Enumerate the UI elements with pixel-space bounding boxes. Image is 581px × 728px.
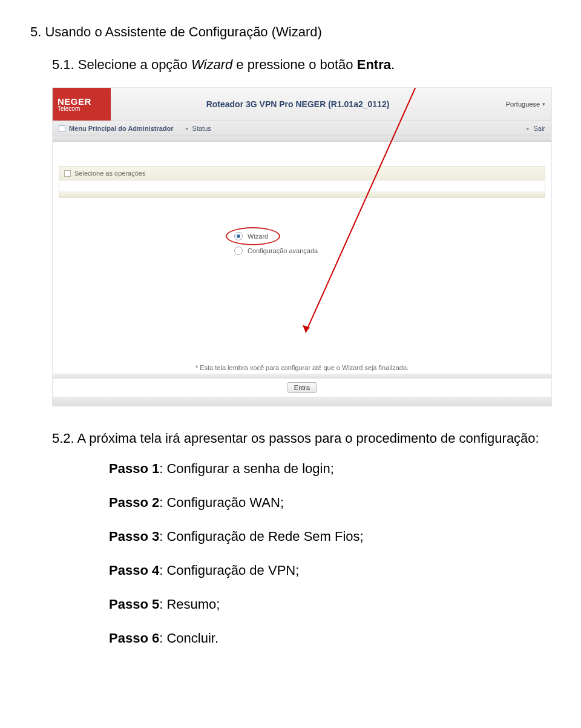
separator-bar — [53, 136, 551, 142]
options-area: Wizard Configuração avançada — [53, 198, 551, 289]
screenshot-header: NEGER Telecom Roteador 3G VPN Pro NEGER … — [53, 88, 551, 121]
select-operations-body — [59, 180, 545, 191]
step-3-text: : Configuração de Rede Sem Fios; — [159, 529, 364, 544]
step-2-label: Passo 2 — [109, 495, 159, 510]
step-5-label: Passo 5 — [109, 597, 159, 612]
step-6-label: Passo 6 — [109, 630, 159, 646]
router-screenshot: NEGER Telecom Roteador 3G VPN Pro NEGER … — [52, 87, 552, 406]
select-operations-label: Selecione as operações — [74, 170, 145, 177]
step-6: Passo 6: Concluir. — [109, 630, 551, 646]
menu-bar: Menu Principal do Administrador ▸ Status… — [53, 121, 551, 136]
menu-exit-label: Sair — [533, 125, 545, 132]
select-operations-header: Selecione as operações — [59, 167, 545, 180]
blank-strip — [53, 142, 551, 166]
step-6-text: : Concluir. — [159, 630, 218, 646]
language-label: Portuguese — [506, 101, 540, 108]
p1-wizard-italic: Wizard — [191, 57, 232, 72]
screenshot-footer: * Esta tela lembra você para configurar … — [53, 362, 551, 406]
router-title: Roteador 3G VPN Pro NEGER (R1.01a2_0112) — [111, 88, 485, 121]
step-4-label: Passo 4 — [109, 563, 159, 578]
heading-text: Usando o Assistente de Configuração (Wiz… — [45, 24, 321, 39]
svg-marker-1 — [303, 325, 310, 333]
step-2: Passo 2: Configuração WAN; — [109, 495, 551, 511]
red-ellipse-annotation — [226, 227, 280, 245]
menu-exit[interactable]: ▸ Sair — [520, 121, 551, 136]
p1-entra-bold: Entra — [357, 57, 391, 72]
caret-right-icon: ▸ — [186, 125, 189, 131]
step-5-text: : Resumo; — [159, 597, 220, 612]
menu-main-label: Menu Principal do Administrador — [69, 125, 174, 132]
menu-main[interactable]: Menu Principal do Administrador — [53, 121, 180, 136]
entra-button[interactable]: Entra — [287, 382, 317, 393]
step-2-text: : Configuração WAN; — [159, 495, 284, 510]
logo-line2: Telecom — [57, 105, 111, 112]
step-3-label: Passo 3 — [109, 529, 159, 544]
p1-suffix: . — [391, 57, 395, 72]
select-operations-gradient — [59, 191, 545, 197]
section-heading: 5. Usando o Assistente de Configuração (… — [30, 24, 551, 40]
neger-logo: NEGER Telecom — [53, 88, 111, 121]
square-icon — [59, 125, 65, 132]
select-operations-panel: Selecione as operações — [59, 166, 545, 198]
footer-bar-2 — [53, 397, 551, 406]
p1-prefix: 5.1. Selecione a opção — [52, 57, 191, 72]
caret-right-icon: ▸ — [527, 125, 530, 131]
language-selector[interactable]: Portuguese ▾ — [485, 88, 551, 121]
heading-number: 5. — [30, 24, 41, 39]
step-1-text: : Configurar a senha de login; — [159, 461, 334, 476]
square-icon — [64, 170, 71, 177]
chevron-down-icon: ▾ — [542, 101, 545, 107]
footer-note: * Esta tela lembra você para configurar … — [53, 362, 551, 374]
radio-icon[interactable] — [234, 247, 243, 255]
step-1: Passo 1: Configurar a senha de login; — [109, 461, 551, 477]
steps-list: Passo 1: Configurar a senha de login; Pa… — [109, 461, 551, 646]
step-3: Passo 3: Configuração de Rede Sem Fios; — [109, 529, 551, 544]
menu-status-label: Status — [192, 125, 211, 132]
option-advanced-label: Configuração avançada — [248, 247, 318, 254]
step-4-text: : Configuração de VPN; — [159, 563, 299, 578]
step-5: Passo 5: Resumo; — [109, 597, 551, 612]
p1-mid: e pressione o botão — [232, 57, 356, 72]
footer-bar — [53, 374, 551, 379]
paragraph-5-1: 5.1. Selecione a opção Wizard e pression… — [52, 57, 551, 73]
option-advanced[interactable]: Configuração avançada — [234, 247, 318, 255]
step-1-label: Passo 1 — [109, 461, 159, 476]
paragraph-5-2: 5.2. A próxima tela irá apresentar os pa… — [52, 431, 551, 446]
menu-status[interactable]: ▸ Status — [180, 121, 217, 136]
button-row: Entra — [53, 379, 551, 397]
step-4: Passo 4: Configuração de VPN; — [109, 563, 551, 578]
